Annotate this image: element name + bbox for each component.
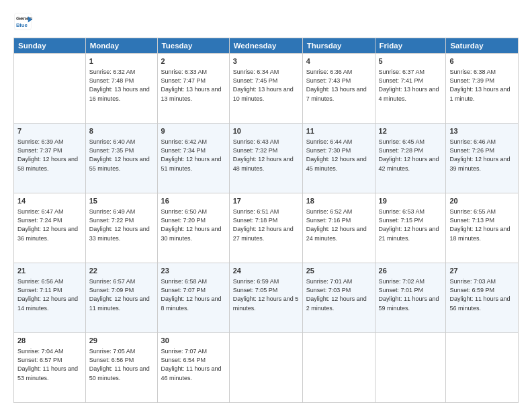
- cell-info: Sunrise: 6:42 AMSunset: 7:34 PMDaylight:…: [161, 138, 226, 173]
- calendar-cell: 1Sunrise: 6:32 AMSunset: 7:48 PMDaylight…: [85, 54, 157, 124]
- cell-info: Sunrise: 6:34 AMSunset: 7:45 PMDaylight:…: [233, 68, 299, 103]
- calendar-cell: 27Sunrise: 7:03 AMSunset: 6:59 PMDayligh…: [446, 263, 519, 333]
- calendar-cell: 28Sunrise: 7:04 AMSunset: 6:57 PMDayligh…: [14, 333, 86, 403]
- day-number: 22: [89, 266, 154, 276]
- day-number: 13: [449, 126, 515, 136]
- weekday-header: Monday: [85, 38, 157, 54]
- cell-info: Sunrise: 7:03 AMSunset: 6:59 PMDaylight:…: [449, 277, 515, 312]
- day-number: 30: [161, 336, 226, 346]
- calendar-cell: 21Sunrise: 6:56 AMSunset: 7:11 PMDayligh…: [14, 263, 86, 333]
- day-number: 29: [89, 336, 154, 346]
- calendar-header-row: SundayMondayTuesdayWednesdayThursdayFrid…: [14, 38, 519, 54]
- cell-info: Sunrise: 6:36 AMSunset: 7:43 PMDaylight:…: [306, 68, 371, 103]
- day-number: 9: [161, 126, 226, 136]
- day-number: 4: [306, 56, 371, 66]
- cell-info: Sunrise: 6:52 AMSunset: 7:16 PMDaylight:…: [306, 208, 371, 242]
- calendar-cell: [302, 333, 375, 403]
- day-number: 24: [233, 266, 299, 276]
- calendar-cell: 26Sunrise: 7:02 AMSunset: 7:01 PMDayligh…: [375, 263, 446, 333]
- calendar-week-row: 1Sunrise: 6:32 AMSunset: 7:48 PMDaylight…: [14, 54, 519, 124]
- day-number: 25: [306, 266, 371, 276]
- cell-info: Sunrise: 7:01 AMSunset: 7:03 PMDaylight:…: [306, 277, 371, 312]
- day-number: 21: [17, 266, 82, 276]
- calendar-cell: 30Sunrise: 7:07 AMSunset: 6:54 PMDayligh…: [157, 333, 229, 403]
- calendar-cell: [14, 54, 86, 124]
- weekday-header: Thursday: [302, 38, 375, 54]
- day-number: 26: [379, 266, 443, 276]
- calendar-cell: [446, 333, 519, 403]
- cell-info: Sunrise: 6:33 AMSunset: 7:47 PMDaylight:…: [161, 68, 226, 103]
- cell-info: Sunrise: 7:07 AMSunset: 6:54 PMDaylight:…: [161, 347, 226, 382]
- cell-info: Sunrise: 6:51 AMSunset: 7:18 PMDaylight:…: [233, 208, 299, 242]
- cell-info: Sunrise: 6:38 AMSunset: 7:39 PMDaylight:…: [449, 68, 515, 103]
- cell-info: Sunrise: 6:47 AMSunset: 7:24 PMDaylight:…: [17, 208, 82, 242]
- day-number: 20: [449, 196, 515, 206]
- weekday-header: Tuesday: [157, 38, 229, 54]
- day-number: 12: [379, 126, 443, 136]
- day-number: 5: [379, 56, 443, 66]
- calendar-cell: 15Sunrise: 6:49 AMSunset: 7:22 PMDayligh…: [85, 193, 157, 263]
- calendar-week-row: 21Sunrise: 6:56 AMSunset: 7:11 PMDayligh…: [14, 263, 519, 333]
- cell-info: Sunrise: 6:59 AMSunset: 7:05 PMDaylight:…: [233, 277, 299, 312]
- weekday-header: Sunday: [14, 38, 86, 54]
- calendar-cell: 22Sunrise: 6:57 AMSunset: 7:09 PMDayligh…: [85, 263, 157, 333]
- day-number: 28: [17, 336, 82, 346]
- logo-icon: General Blue: [13, 12, 32, 31]
- calendar-cell: 10Sunrise: 6:43 AMSunset: 7:32 PMDayligh…: [229, 124, 302, 193]
- cell-info: Sunrise: 6:55 AMSunset: 7:13 PMDaylight:…: [449, 208, 515, 242]
- calendar-cell: 7Sunrise: 6:39 AMSunset: 7:37 PMDaylight…: [14, 124, 86, 193]
- day-number: 23: [161, 266, 226, 276]
- calendar-cell: 2Sunrise: 6:33 AMSunset: 7:47 PMDaylight…: [157, 54, 229, 124]
- cell-info: Sunrise: 6:46 AMSunset: 7:26 PMDaylight:…: [449, 138, 515, 173]
- calendar-cell: 20Sunrise: 6:55 AMSunset: 7:13 PMDayligh…: [446, 193, 519, 263]
- day-number: 15: [89, 196, 154, 206]
- day-number: 18: [306, 196, 371, 206]
- calendar-cell: 24Sunrise: 6:59 AMSunset: 7:05 PMDayligh…: [229, 263, 302, 333]
- calendar-cell: 5Sunrise: 6:37 AMSunset: 7:41 PMDaylight…: [375, 54, 446, 124]
- calendar-cell: 25Sunrise: 7:01 AMSunset: 7:03 PMDayligh…: [302, 263, 375, 333]
- cell-info: Sunrise: 6:53 AMSunset: 7:15 PMDaylight:…: [379, 208, 443, 242]
- day-number: 27: [449, 266, 515, 276]
- cell-info: Sunrise: 6:32 AMSunset: 7:48 PMDaylight:…: [89, 68, 154, 103]
- logo: General Blue: [13, 12, 35, 31]
- day-number: 10: [233, 126, 299, 136]
- day-number: 17: [233, 196, 299, 206]
- weekday-header: Friday: [375, 38, 446, 54]
- weekday-header: Saturday: [446, 38, 519, 54]
- calendar-week-row: 28Sunrise: 7:04 AMSunset: 6:57 PMDayligh…: [14, 333, 519, 403]
- cell-info: Sunrise: 6:49 AMSunset: 7:22 PMDaylight:…: [89, 208, 154, 242]
- calendar-cell: 23Sunrise: 6:58 AMSunset: 7:07 PMDayligh…: [157, 263, 229, 333]
- day-number: 7: [17, 126, 82, 136]
- calendar-cell: 9Sunrise: 6:42 AMSunset: 7:34 PMDaylight…: [157, 124, 229, 193]
- day-number: 19: [379, 196, 443, 206]
- calendar-cell: 12Sunrise: 6:45 AMSunset: 7:28 PMDayligh…: [375, 124, 446, 193]
- cell-info: Sunrise: 6:50 AMSunset: 7:20 PMDaylight:…: [161, 208, 226, 242]
- cell-info: Sunrise: 6:58 AMSunset: 7:07 PMDaylight:…: [161, 277, 226, 312]
- calendar-cell: 13Sunrise: 6:46 AMSunset: 7:26 PMDayligh…: [446, 124, 519, 193]
- cell-info: Sunrise: 7:05 AMSunset: 6:56 PMDaylight:…: [89, 347, 154, 382]
- calendar-table: SundayMondayTuesdayWednesdayThursdayFrid…: [13, 38, 519, 403]
- svg-text:Blue: Blue: [16, 22, 28, 28]
- cell-info: Sunrise: 6:56 AMSunset: 7:11 PMDaylight:…: [17, 277, 82, 312]
- day-number: 1: [89, 56, 154, 66]
- calendar-cell: 11Sunrise: 6:44 AMSunset: 7:30 PMDayligh…: [302, 124, 375, 193]
- cell-info: Sunrise: 6:43 AMSunset: 7:32 PMDaylight:…: [233, 138, 299, 173]
- cell-info: Sunrise: 6:57 AMSunset: 7:09 PMDaylight:…: [89, 277, 154, 312]
- calendar-cell: 4Sunrise: 6:36 AMSunset: 7:43 PMDaylight…: [302, 54, 375, 124]
- weekday-header: Wednesday: [229, 38, 302, 54]
- calendar-week-row: 7Sunrise: 6:39 AMSunset: 7:37 PMDaylight…: [14, 124, 519, 193]
- cell-info: Sunrise: 7:04 AMSunset: 6:57 PMDaylight:…: [17, 347, 82, 382]
- calendar-cell: [375, 333, 446, 403]
- day-number: 3: [233, 56, 299, 66]
- day-number: 8: [89, 126, 154, 136]
- calendar-cell: 18Sunrise: 6:52 AMSunset: 7:16 PMDayligh…: [302, 193, 375, 263]
- calendar-cell: [229, 333, 302, 403]
- calendar-cell: 14Sunrise: 6:47 AMSunset: 7:24 PMDayligh…: [14, 193, 86, 263]
- cell-info: Sunrise: 6:40 AMSunset: 7:35 PMDaylight:…: [89, 138, 154, 173]
- calendar-cell: 29Sunrise: 7:05 AMSunset: 6:56 PMDayligh…: [85, 333, 157, 403]
- day-number: 6: [449, 56, 515, 66]
- calendar-week-row: 14Sunrise: 6:47 AMSunset: 7:24 PMDayligh…: [14, 193, 519, 263]
- day-number: 14: [17, 196, 82, 206]
- calendar-cell: 6Sunrise: 6:38 AMSunset: 7:39 PMDaylight…: [446, 54, 519, 124]
- cell-info: Sunrise: 7:02 AMSunset: 7:01 PMDaylight:…: [379, 277, 443, 312]
